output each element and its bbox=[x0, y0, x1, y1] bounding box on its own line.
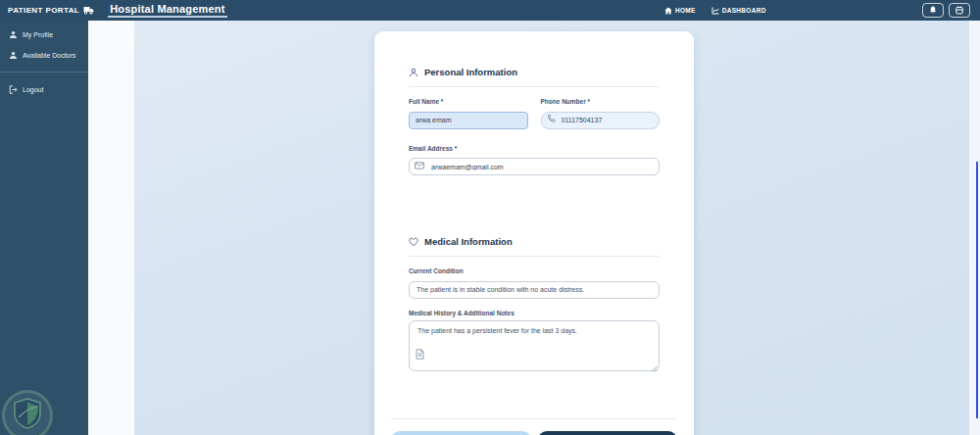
nav-dashboard-label: DASHBOARD bbox=[722, 7, 766, 14]
confirm-booking-button[interactable]: ✓ Confirm Booking bbox=[538, 431, 678, 435]
sidebar-item-my-profile[interactable]: My Profile bbox=[0, 24, 88, 45]
sidebar-item-logout[interactable]: Logout bbox=[0, 79, 88, 100]
medical-info-header: Medical Information bbox=[409, 236, 660, 247]
logout-icon bbox=[9, 85, 18, 94]
notifications-button[interactable] bbox=[922, 3, 944, 18]
dashboard-chart-icon bbox=[711, 7, 719, 15]
history-textarea[interactable]: The patient has a persistent fever for t… bbox=[409, 320, 660, 371]
full-name-label: Full Name * bbox=[409, 98, 528, 105]
bell-icon bbox=[929, 6, 937, 15]
brand-label: PATIENT PORTAL bbox=[8, 6, 79, 15]
phone-input[interactable] bbox=[541, 112, 661, 129]
phone-icon bbox=[547, 115, 556, 123]
form-actions: Cancel ✓ Confirm Booking bbox=[374, 419, 694, 435]
sidebar-logout-label: Logout bbox=[23, 86, 43, 93]
doctor-icon bbox=[9, 51, 18, 60]
nav-home-label: HOME bbox=[675, 7, 696, 14]
left-gutter bbox=[88, 21, 134, 435]
phone-field-group: Phone Number * bbox=[541, 98, 661, 129]
clinic-shield-logo bbox=[2, 390, 53, 435]
medical-info-title: Medical Information bbox=[424, 236, 513, 247]
personal-info-header: Personal Information bbox=[409, 67, 660, 77]
condition-field-group: Current Condition bbox=[409, 267, 660, 299]
schedule-button[interactable] bbox=[949, 3, 970, 18]
personal-info-title: Personal Information bbox=[424, 67, 517, 77]
ambulance-icon bbox=[83, 6, 94, 15]
email-label: Email Address * bbox=[409, 145, 660, 152]
sidebar-menu: My Profile Available Doctors Logout bbox=[0, 21, 88, 100]
section-divider bbox=[409, 256, 660, 257]
nav-home[interactable]: HOME bbox=[664, 7, 696, 15]
topbar-actions bbox=[922, 3, 970, 18]
history-label: Medical History & Additional Notes bbox=[409, 310, 660, 316]
booking-form-card: Personal Information Full Name * Phone N… bbox=[374, 31, 694, 435]
sidebar-item-available-doctors[interactable]: Available Doctors bbox=[0, 45, 88, 66]
sidebar-divider bbox=[0, 72, 88, 72]
scrollbar-thumb[interactable] bbox=[976, 162, 978, 418]
sidebar-item-label: Available Doctors bbox=[23, 52, 75, 59]
condition-input[interactable] bbox=[409, 281, 660, 299]
email-field-group: Email Address * bbox=[409, 145, 660, 176]
heart-icon bbox=[409, 237, 418, 247]
user-icon bbox=[9, 30, 18, 39]
section-divider bbox=[409, 86, 660, 87]
topbar: PATIENT PORTAL Hospital Management HOME bbox=[0, 0, 980, 21]
sidebar: My Profile Available Doctors Logout bbox=[0, 21, 88, 435]
top-navigation: HOME DASHBOARD bbox=[664, 0, 766, 21]
email-input[interactable] bbox=[409, 158, 660, 175]
scrollbar-track bbox=[969, 21, 980, 435]
cancel-button[interactable]: Cancel bbox=[391, 431, 531, 435]
phone-label: Phone Number * bbox=[541, 98, 661, 105]
nav-dashboard[interactable]: DASHBOARD bbox=[711, 7, 766, 15]
history-field-group: Medical History & Additional Notes The p… bbox=[409, 310, 660, 375]
person-icon bbox=[409, 68, 418, 77]
email-icon bbox=[415, 162, 424, 169]
main-content: Personal Information Full Name * Phone N… bbox=[88, 21, 980, 435]
sidebar-item-label: My Profile bbox=[23, 31, 53, 38]
condition-label: Current Condition bbox=[409, 267, 660, 274]
full-name-field-group: Full Name * bbox=[409, 98, 528, 129]
page-title: Hospital Management bbox=[108, 3, 227, 18]
brand: PATIENT PORTAL bbox=[0, 6, 94, 15]
document-icon bbox=[416, 349, 424, 360]
home-icon bbox=[664, 7, 672, 15]
calendar-icon bbox=[956, 6, 963, 15]
full-name-input[interactable] bbox=[409, 112, 528, 129]
resize-handle[interactable] bbox=[651, 365, 658, 372]
